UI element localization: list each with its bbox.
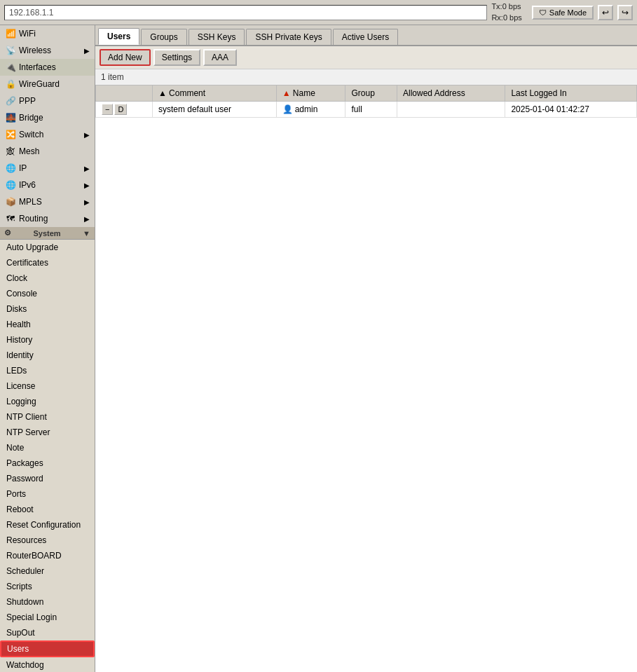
tab-groups[interactable]: Groups [141,29,186,45]
sidebar-item-logging[interactable]: Logging [0,394,95,409]
name-icon: ▲ [282,88,291,98]
system-arrow: ▼ [83,229,90,238]
topbar: Tx:0 bps Rx:0 bps 🛡 Safe Mode ↩ ↪ [0,0,637,25]
sidebar-label-wireless: Wireless [19,46,51,55]
col-header-name[interactable]: ▲ Name [276,85,345,102]
tab-ssh-private-keys[interactable]: SSH Private Keys [246,29,331,45]
col-header-allowed-address[interactable]: Allowed Address [397,85,505,102]
sidebar-item-note[interactable]: Note [0,440,95,455]
system-label: System [33,229,60,238]
sidebar-item-ntp-client[interactable]: NTP Client [0,409,95,425]
sidebar-item-identity[interactable]: Identity [0,348,95,363]
settings-button[interactable]: Settings [153,49,200,66]
add-new-button[interactable]: Add New [100,49,151,66]
forward-button[interactable]: ↪ [617,5,633,20]
arrow-icon: ▶ [84,215,90,223]
sidebar-item-license[interactable]: License [0,378,95,394]
sidebar-label-ntp-client: NTP Client [6,412,47,422]
item-count: 1 item [95,69,637,85]
sidebar-item-reboot[interactable]: Reboot [0,502,95,517]
sidebar-item-clock[interactable]: Clock [0,270,95,286]
bridge-icon: 🌉 [5,112,16,123]
sidebar-item-ports[interactable]: Ports [0,486,95,502]
sidebar-item-health[interactable]: Health [0,317,95,332]
sidebar-item-scripts[interactable]: Scripts [0,579,95,594]
sidebar-item-disks[interactable]: Disks [0,301,95,317]
address-bar[interactable] [4,5,487,20]
sidebar-item-interfaces[interactable]: 🔌Interfaces [0,59,95,76]
sidebar-item-console[interactable]: Console [0,286,95,301]
sidebar-label-password: Password [6,474,43,484]
sort-arrow-icon: ▲ [158,88,167,98]
wireguard-icon: 🔒 [5,78,16,90]
sidebar-label-console: Console [6,289,37,299]
sidebar-item-supout[interactable]: SupOut [0,625,95,640]
sidebar-label-switch: Switch [19,130,43,139]
tab-active-users[interactable]: Active Users [333,29,398,45]
arrow-icon: ▶ [84,47,90,55]
sidebar-item-bridge[interactable]: 🌉Bridge [0,109,95,126]
sidebar-item-reset-configuration[interactable]: Reset Configuration [0,517,95,533]
arrow-icon: ▶ [84,131,90,139]
sidebar-item-history[interactable]: History [0,332,95,348]
arrow-icon: ▶ [84,198,90,206]
sidebar-item-ip[interactable]: 🌐IP▶ [0,160,95,177]
sidebar-item-ppp[interactable]: 🔗PPP [0,92,95,109]
sidebar-item-users[interactable]: Users [0,640,95,657]
table-row: −Dsystem default user👤adminfull2025-01-0… [96,102,637,118]
sidebar-item-mesh[interactable]: 🕸Mesh [0,143,95,160]
safe-mode-icon: 🛡 [539,8,547,17]
ipv6-icon: 🌐 [5,179,16,191]
mesh-icon: 🕸 [5,146,16,157]
sidebar-item-scheduler[interactable]: Scheduler [0,563,95,579]
arrow-icon: ▶ [84,181,90,189]
row-last-logged-in: 2025-01-04 01:42:27 [505,102,637,118]
sidebar-item-certificates[interactable]: Certificates [0,255,95,270]
sidebar-label-history: History [6,335,32,345]
main-layout: 📶WiFi📡Wireless▶🔌Interfaces🔒WireGuard🔗PPP… [0,25,637,672]
row-comment: system default user [152,102,276,118]
col-header-[interactable] [96,85,153,102]
sidebar-item-wireguard[interactable]: 🔒WireGuard [0,76,95,92]
sidebar-item-special-login[interactable]: Special Login [0,610,95,625]
col-header-last-logged-in[interactable]: Last Logged In [505,85,637,102]
sidebar-item-packages[interactable]: Packages [0,455,95,471]
sidebar-item-resources[interactable]: Resources [0,533,95,548]
back-button[interactable]: ↩ [598,5,613,20]
sidebar-item-mpls[interactable]: 📦MPLS▶ [0,193,95,210]
sidebar-item-shutdown[interactable]: Shutdown [0,594,95,610]
safe-mode-button[interactable]: 🛡 Safe Mode [532,6,594,20]
sidebar-label-shutdown: Shutdown [6,597,43,607]
sidebar-item-leds[interactable]: LEDs [0,363,95,378]
sidebar-item-ntp-server[interactable]: NTP Server [0,425,95,440]
row-actions: −D [96,102,153,118]
sidebar-label-interfaces: Interfaces [19,62,56,72]
sidebar-label-reboot: Reboot [6,505,34,514]
sidebar-label-note: Note [6,443,24,453]
sidebar-item-routerboard[interactable]: RouterBOARD [0,548,95,563]
back-icon: ↩ [602,8,609,18]
sidebar-item-routing[interactable]: 🗺Routing▶ [0,210,95,227]
sidebar-label-packages: Packages [6,458,43,468]
col-header-comment[interactable]: ▲ Comment [152,85,276,102]
collapse-button[interactable]: − [102,104,113,115]
sidebar-item-wireless[interactable]: 📡Wireless▶ [0,42,95,59]
sidebar-item-wifi[interactable]: 📶WiFi [0,25,95,42]
tx-stat: Tx:0 bps [491,1,521,12]
sidebar-label-watchdog: Watchdog [6,660,44,670]
sidebar-item-auto-upgrade[interactable]: Auto Upgrade [0,240,95,255]
aaa-button[interactable]: AAA [203,49,237,66]
sidebar-item-switch[interactable]: 🔀Switch▶ [0,126,95,143]
sidebar-label-license: License [6,381,35,391]
sidebar-label-mesh: Mesh [19,146,39,156]
sidebar-item-watchdog[interactable]: Watchdog [0,657,95,672]
system-section-header[interactable]: ⚙ System ▼ [0,227,95,240]
sidebar-item-ipv6[interactable]: 🌐IPv6▶ [0,177,95,193]
col-header-group[interactable]: Group [345,85,397,102]
sidebar-item-password[interactable]: Password [0,471,95,486]
delete-button[interactable]: D [114,104,127,115]
sidebar-label-routerboard: RouterBOARD [6,551,62,561]
sidebar-label-ppp: PPP [19,96,36,106]
tab-users[interactable]: Users [98,28,139,45]
tab-ssh-keys[interactable]: SSH Keys [189,29,245,45]
